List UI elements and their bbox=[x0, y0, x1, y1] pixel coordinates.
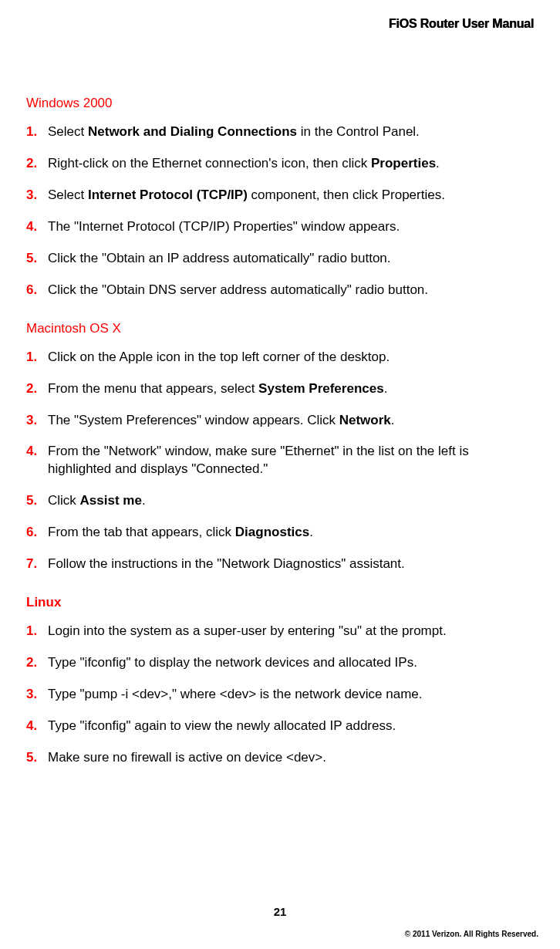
copyright-notice: © 2011 Verizon. All Rights Reserved. bbox=[405, 930, 538, 938]
section-heading-macosx: Macintosh OS X bbox=[26, 321, 534, 336]
step-body: Type "ifconfig" again to view the newly … bbox=[48, 718, 534, 735]
step-body: Make sure no firewall is active on devic… bbox=[48, 749, 534, 767]
step-body: From the "Network" window, make sure "Et… bbox=[48, 443, 534, 478]
step-body: Select Network and Dialing Connections i… bbox=[48, 123, 534, 141]
step-number: 4. bbox=[26, 718, 48, 735]
list-item: 7. Follow the instructions in the "Netwo… bbox=[26, 556, 534, 573]
page-header-title: FiOS Router User Manual bbox=[389, 17, 534, 31]
list-item: 1. Click on the Apple icon in the top le… bbox=[26, 349, 534, 366]
list-item: 5. Click the "Obtain an IP address autom… bbox=[26, 250, 534, 268]
list-item: 3. Type "pump -i <dev>," where <dev> is … bbox=[26, 686, 534, 704]
step-number: 3. bbox=[26, 686, 48, 704]
section-heading-linux: Linux bbox=[26, 595, 534, 610]
list-item: 2. From the menu that appears, select Sy… bbox=[26, 380, 534, 398]
step-body: Login into the system as a super-user by… bbox=[48, 623, 534, 640]
list-item: 2. Type "ifconfig" to display the networ… bbox=[26, 654, 534, 672]
list-item: 2. Right-click on the Ethernet connectio… bbox=[26, 155, 534, 173]
steps-windows-2000: 1. Select Network and Dialing Connection… bbox=[26, 123, 534, 299]
step-number: 1. bbox=[26, 623, 48, 640]
step-body: From the menu that appears, select Syste… bbox=[48, 380, 534, 398]
step-number: 2. bbox=[26, 380, 48, 398]
list-item: 3. Select Internet Protocol (TCP/IP) com… bbox=[26, 187, 534, 204]
step-number: 6. bbox=[26, 524, 48, 542]
step-number: 2. bbox=[26, 654, 48, 672]
section-heading-windows-2000: Windows 2000 bbox=[26, 96, 534, 111]
step-number: 5. bbox=[26, 749, 48, 767]
step-number: 1. bbox=[26, 349, 48, 366]
step-body: Select Internet Protocol (TCP/IP) compon… bbox=[48, 187, 534, 204]
step-body: The "Internet Protocol (TCP/IP) Properti… bbox=[48, 218, 534, 236]
step-number: 5. bbox=[26, 492, 48, 510]
step-number: 6. bbox=[26, 282, 48, 299]
step-body: Click on the Apple icon in the top left … bbox=[48, 349, 534, 366]
step-body: From the tab that appears, click Diagnos… bbox=[48, 524, 534, 542]
step-body: Click the "Obtain an IP address automati… bbox=[48, 250, 534, 268]
step-body: Type "pump -i <dev>," where <dev> is the… bbox=[48, 686, 534, 704]
list-item: 3. The "System Preferences" window appea… bbox=[26, 412, 534, 430]
step-body: Click Assist me. bbox=[48, 492, 534, 510]
list-item: 6. Click the "Obtain DNS server address … bbox=[26, 282, 534, 299]
step-number: 4. bbox=[26, 443, 48, 461]
step-number: 4. bbox=[26, 218, 48, 236]
step-body: Type "ifconfig" to display the network d… bbox=[48, 654, 534, 672]
steps-linux: 1. Login into the system as a super-user… bbox=[26, 623, 534, 767]
list-item: 6. From the tab that appears, click Diag… bbox=[26, 524, 534, 542]
step-number: 1. bbox=[26, 123, 48, 141]
step-body: Follow the instructions in the "Network … bbox=[48, 556, 534, 573]
step-number: 3. bbox=[26, 187, 48, 204]
list-item: 4. The "Internet Protocol (TCP/IP) Prope… bbox=[26, 218, 534, 236]
step-body: Right-click on the Ethernet connection's… bbox=[48, 155, 534, 173]
step-number: 7. bbox=[26, 556, 48, 573]
list-item: 5. Click Assist me. bbox=[26, 492, 534, 510]
step-body: Click the "Obtain DNS server address aut… bbox=[48, 282, 534, 299]
list-item: 1. Login into the system as a super-user… bbox=[26, 623, 534, 640]
steps-macosx: 1. Click on the Apple icon in the top le… bbox=[26, 349, 534, 574]
step-body: The "System Preferences" window appears.… bbox=[48, 412, 534, 430]
list-item: 5. Make sure no firewall is active on de… bbox=[26, 749, 534, 767]
list-item: 4. From the "Network" window, make sure … bbox=[26, 443, 534, 478]
list-item: 4. Type "ifconfig" again to view the new… bbox=[26, 718, 534, 735]
list-item: 1. Select Network and Dialing Connection… bbox=[26, 123, 534, 141]
step-number: 3. bbox=[26, 412, 48, 430]
page-number: 21 bbox=[274, 905, 287, 918]
step-number: 5. bbox=[26, 250, 48, 268]
step-number: 2. bbox=[26, 155, 48, 173]
main-content: Windows 2000 1. Select Network and Diali… bbox=[26, 0, 534, 767]
